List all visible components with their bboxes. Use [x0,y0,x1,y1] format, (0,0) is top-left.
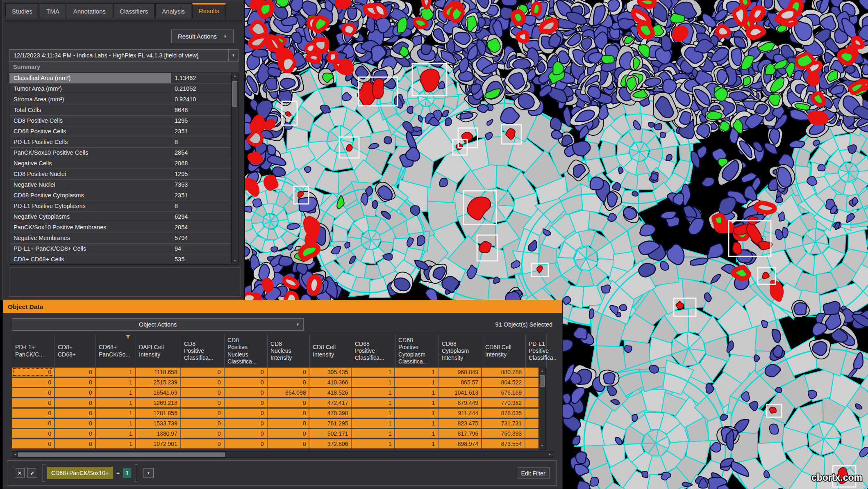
object-row[interactable]: 0011118.658000395.43511968.849880.788 [12,368,546,378]
object-cell[interactable]: 0 [268,368,310,377]
object-cell[interactable]: 1281.856 [136,409,181,418]
object-cell[interactable]: 0 [181,439,225,448]
object-cell[interactable]: 16541.69 [136,388,181,397]
column-header[interactable]: CD8 Nucleus Intensity [268,334,310,368]
object-table-vscrollbar[interactable]: ▲ ▼ [539,368,546,450]
object-cell[interactable]: 1 [395,419,439,428]
column-header[interactable]: CD68 Cell Intensity [482,334,526,368]
object-cell[interactable]: 0 [12,368,55,377]
object-cell[interactable]: 0 [268,439,310,448]
summary-row[interactable]: Classified Area (mm²)1.13462 [9,73,231,84]
object-cell[interactable]: 0 [268,429,310,438]
edit-filter-button[interactable]: Edit Filter [517,468,550,479]
object-cell[interactable]: 676.169 [482,388,525,397]
object-actions-button[interactable]: Object Actions ▼ [12,318,304,331]
column-header[interactable]: CD68 Cytoplasm Intensity [439,334,482,368]
object-cell[interactable]: 1 [96,439,136,448]
object-cell[interactable]: 1 [395,409,439,418]
summary-row[interactable]: PanCK/Sox10 Positive Cells2854 [9,148,231,158]
object-cell[interactable]: 0 [12,388,55,397]
object-cell[interactable]: 761.295 [309,419,352,428]
summary-row[interactable]: Stroma Area (mm²)0.92410 [9,94,231,105]
column-header[interactable]: CD68+ PanCK/So... [96,334,136,368]
object-cell[interactable]: 865.57 [439,378,482,387]
object-row[interactable]: 0011269.218000472.41711879.449770.982 [12,398,546,409]
object-cell[interactable]: 0 [55,388,96,397]
object-cell[interactable]: 1 [395,429,439,438]
tab-studies[interactable]: Studies [5,3,39,18]
summary-row[interactable]: Negative Cytoplasms6294 [9,212,231,222]
column-header[interactable]: CD8 Positive Classifica... [181,334,225,368]
object-cell[interactable]: 0 [225,378,268,387]
object-cell[interactable]: 1 [395,439,439,448]
column-header[interactable]: PD-L1+ PanCK/C... [12,334,55,368]
filter-field-chip[interactable]: CD68+PanCK/Sox10+ [47,467,113,479]
object-row[interactable]: 0011380.97000502.17111817.796750.393 [12,429,546,439]
object-cell[interactable]: 1072.901 [136,439,181,448]
object-cell[interactable]: 0 [181,429,225,438]
object-cell[interactable]: 0 [12,378,55,387]
scrollbar-thumb[interactable] [232,81,237,107]
object-cell[interactable]: 410.366 [309,378,352,387]
object-cell[interactable]: 1 [352,388,395,397]
object-cell[interactable]: 364.098 [268,388,310,397]
object-cell[interactable]: 1 [96,398,136,407]
object-row[interactable]: 0012515.239000410.36611865.57804.522 [12,378,546,388]
object-cell[interactable]: 0 [12,409,55,418]
object-cell[interactable]: 823.475 [439,419,482,428]
object-cell[interactable]: 0 [55,429,96,438]
object-cell[interactable]: 0 [55,439,96,448]
object-row[interactable]: 0011072.901000372.80611898.974873.554 [12,439,546,450]
summary-row[interactable]: PD-L1 Positive Cytoplasms8 [9,201,231,212]
filter-options-button[interactable]: ▼ [143,468,154,478]
object-cell[interactable]: 0 [225,409,268,418]
object-cell[interactable]: 1041.613 [439,388,482,397]
summary-row[interactable]: Negative Membranes5794 [9,233,231,244]
object-cell[interactable]: 968.849 [439,368,482,377]
column-header[interactable]: CD68 Positive Classifica... [352,334,395,368]
object-cell[interactable]: 0 [181,419,225,428]
object-cell[interactable]: 1 [352,409,395,418]
column-header[interactable]: CD68 Positive Cytoplasm Classifica... [395,334,439,368]
object-cell[interactable]: 0 [12,429,55,438]
object-cell[interactable]: 0 [55,378,96,387]
summary-row[interactable]: PanCK/Sox10 Positive Membranes2854 [9,222,231,233]
object-cell[interactable]: 0 [268,419,310,428]
object-cell[interactable]: 0 [55,419,96,428]
summary-row[interactable]: PD-L1+ PanCK/CD8+ Cells94 [9,244,231,254]
object-cell[interactable]: 372.806 [309,439,352,448]
object-cell[interactable]: 817.796 [439,429,482,438]
summary-row[interactable]: Negative Nuclei7353 [9,180,231,190]
object-cell[interactable]: 1 [96,429,136,438]
object-cell[interactable]: 0 [12,398,55,407]
object-cell[interactable]: 1 [96,378,136,387]
object-cell[interactable]: 0 [181,368,225,377]
summary-row[interactable]: CD68 Positive Cytoplasms2351 [9,190,231,201]
object-cell[interactable]: 1 [352,439,395,448]
scroll-up-icon[interactable]: ▲ [539,368,545,375]
summary-row[interactable]: Total Cells8648 [9,105,231,116]
object-cell[interactable]: 911.444 [439,409,482,418]
object-cell[interactable]: 2515.239 [136,378,181,387]
tab-tma[interactable]: TMA [40,3,66,18]
object-data-titlebar[interactable]: Object Data [3,300,562,313]
column-header[interactable]: PD-L1 Positive Classifica.. [526,334,546,368]
object-cell[interactable]: 418.526 [309,388,352,397]
object-cell[interactable]: 1 [96,409,136,418]
scroll-down-icon[interactable]: ▼ [539,443,545,449]
object-cell[interactable]: 0 [225,429,268,438]
summary-scrollbar[interactable]: ▲ ▼ [231,73,238,264]
filter-value[interactable]: 1 [123,468,132,478]
column-header[interactable]: CD8 Positive Nucleus Classifica... [225,334,268,368]
object-cell[interactable]: 1 [96,368,136,377]
summary-row[interactable]: CD68 Positive Cells2351 [9,126,231,137]
object-cell[interactable]: 0 [12,419,55,428]
summary-row[interactable]: CD8+ CD68+ Cells535 [9,254,231,265]
scroll-right-icon[interactable]: ► [547,452,553,457]
object-cell[interactable]: 1118.658 [136,368,181,377]
object-cell[interactable]: 472.417 [309,398,352,407]
object-cell[interactable]: 1 [395,398,439,407]
object-cell[interactable]: 1 [352,419,395,428]
summary-row[interactable]: CD8 Positive Nuclei1295 [9,169,231,180]
object-cell[interactable]: 1380.97 [136,429,181,438]
